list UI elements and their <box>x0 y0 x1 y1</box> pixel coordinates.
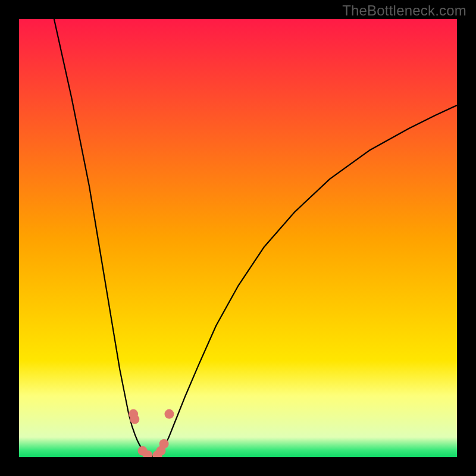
watermark-text: TheBottleneck.com <box>342 2 466 19</box>
chart-frame: TheBottleneck.com <box>0 0 476 476</box>
marker-point-1 <box>130 415 139 424</box>
plot-area <box>19 19 457 457</box>
marker-point-6 <box>159 439 169 449</box>
gradient-background <box>19 19 457 457</box>
marker-point-7 <box>164 409 174 419</box>
chart-svg <box>19 19 457 457</box>
